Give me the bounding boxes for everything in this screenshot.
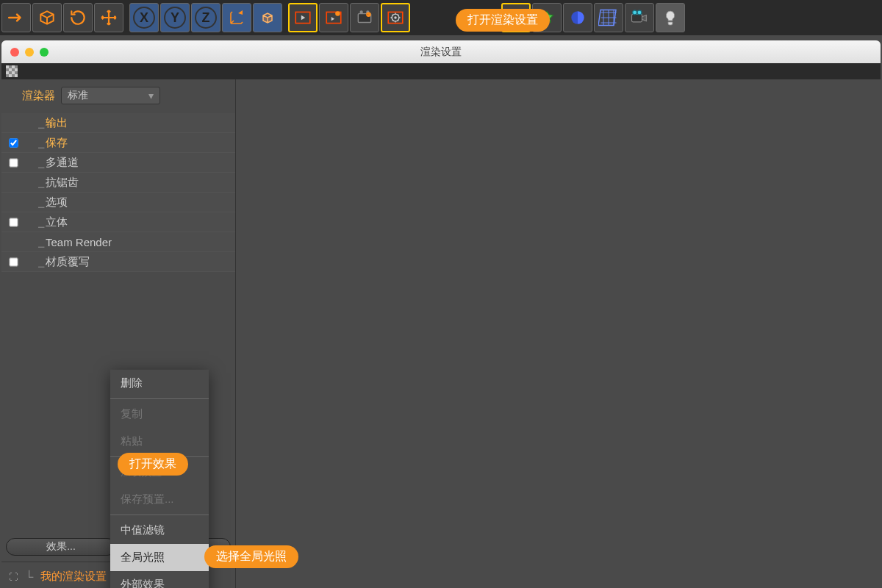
window-titlebar[interactable]: 渲染设置	[1, 40, 881, 63]
axis-z-button[interactable]: Z	[191, 3, 220, 32]
main-toolbar: X Y Z	[0, 0, 882, 35]
ctx-external-fx[interactable]: 外部效果	[110, 571, 209, 588]
checker-icon[interactable]	[6, 65, 18, 77]
expand-icon[interactable]: ⛶	[9, 572, 18, 582]
close-window-icon[interactable]	[10, 48, 19, 57]
tool-move-arrow[interactable]	[1, 3, 31, 32]
settings-content-area	[235, 79, 881, 588]
render-settings-button[interactable]	[381, 3, 410, 32]
settings-tree: ⎯输出 ⎯保存 ⎯多通道 ⎯抗锯齿 ⎯选项 ⎯立体 ⎯Team Render ⎯…	[1, 110, 235, 275]
tool-move-cross[interactable]	[94, 3, 123, 32]
callout-open-effects: 打开效果	[118, 453, 188, 476]
stereo-checkbox[interactable]	[9, 218, 18, 226]
tool-cube[interactable]	[32, 3, 62, 32]
axis-y-button[interactable]: Y	[160, 3, 190, 32]
deformer-button[interactable]	[594, 3, 623, 32]
effects-context-menu: 删除 复制 粘贴 加载预置... 保存预置... 中值滤镜 全局光照 外部效果	[110, 370, 209, 588]
light-button[interactable]	[656, 3, 685, 32]
ctx-median-filter[interactable]: 中值滤镜	[110, 517, 209, 544]
callout-open-render-settings: 打开渲染设置	[456, 9, 550, 32]
tool-cube-axis[interactable]	[253, 3, 282, 32]
window-subbar	[1, 63, 881, 79]
renderer-dropdown[interactable]: 标准	[61, 87, 160, 104]
callout-select-gi: 选择全局光照	[204, 545, 298, 568]
tree-antialias[interactable]: ⎯抗锯齿	[1, 173, 235, 193]
multipass-checkbox[interactable]	[9, 158, 18, 167]
renderer-label: 渲染器	[22, 89, 55, 103]
zoom-window-icon[interactable]	[40, 48, 49, 57]
ctx-paste: 粘贴	[110, 428, 209, 455]
axis-x-button[interactable]: X	[129, 3, 159, 32]
preset-label: 我的渲染设置	[40, 570, 107, 584]
tree-options[interactable]: ⎯选项	[1, 193, 235, 212]
traffic-lights[interactable]	[10, 48, 49, 57]
tree-save[interactable]: ⎯保存	[1, 133, 235, 153]
tree-multipass[interactable]: ⎯多通道	[1, 153, 235, 173]
svg-point-13	[637, 10, 642, 15]
tree-output[interactable]: ⎯输出	[1, 113, 235, 133]
effects-button[interactable]: 效果...	[6, 538, 116, 556]
render-region-button[interactable]	[319, 3, 348, 32]
tree-team-render[interactable]: ⎯Team Render	[1, 232, 235, 252]
svg-point-12	[633, 10, 637, 15]
camera-button[interactable]	[625, 3, 654, 32]
tool-rotate[interactable]	[63, 3, 93, 32]
save-checkbox[interactable]	[9, 138, 18, 147]
window-title: 渲染设置	[1, 46, 881, 59]
material-override-checkbox[interactable]	[9, 257, 18, 266]
tree-material-override[interactable]: ⎯材质覆写	[1, 252, 235, 272]
tree-stereo[interactable]: ⎯立体	[1, 212, 235, 232]
tool-coord-system[interactable]	[222, 3, 251, 32]
generator-button[interactable]	[563, 3, 592, 32]
ctx-save-preset: 保存预置...	[110, 486, 209, 513]
minimize-window-icon[interactable]	[25, 48, 34, 57]
svg-point-9	[394, 16, 396, 18]
ctx-delete[interactable]: 删除	[110, 370, 209, 397]
ctx-global-illumination[interactable]: 全局光照	[110, 544, 209, 571]
svg-point-2	[335, 11, 340, 15]
svg-point-4	[360, 10, 363, 13]
svg-rect-11	[632, 14, 642, 22]
ctx-copy: 复制	[110, 401, 209, 428]
render-view-button[interactable]	[288, 3, 318, 32]
render-picture-viewer-button[interactable]	[350, 3, 379, 32]
